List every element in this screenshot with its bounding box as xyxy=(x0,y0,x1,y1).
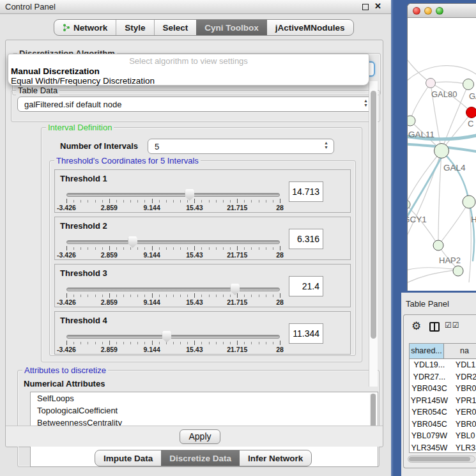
table-toolbar: ⚙ ☑☑ xyxy=(404,315,476,341)
minimize-traffic-light-icon[interactable] xyxy=(424,7,432,15)
tab-infer-network[interactable]: Infer Network xyxy=(240,450,311,466)
threshold-panel-3: Threshold 3 -3.426 2.859 9.144 15.43 21.… xyxy=(54,264,351,307)
close-icon[interactable]: ✕ xyxy=(374,1,381,11)
node-selected-red[interactable] xyxy=(466,107,476,118)
slider-tick-label: 2.859 xyxy=(101,251,118,259)
apply-button-band: Apply xyxy=(6,426,383,447)
tab-discretize-data[interactable]: Discretize Data xyxy=(161,450,240,466)
threshold-slider[interactable]: -3.426 2.859 9.144 15.43 21.715 28 xyxy=(66,236,280,258)
node-attribute-table[interactable]: shared... na YDL19...YDL1 YDR27...YDR2 Y… xyxy=(409,343,476,453)
scrollbar-thumb[interactable] xyxy=(409,457,470,461)
threshold-panel-4: Threshold 4 -3.426 2.859 9.144 15.43 21.… xyxy=(54,311,351,355)
table-row[interactable]: YDR27...YDR2 xyxy=(410,371,476,383)
dropdown-placeholder-option[interactable]: Select algorithm to view settings xyxy=(8,56,369,66)
slider-tick-label: 9.144 xyxy=(143,346,160,353)
threshold-label: Threshold 1 xyxy=(60,174,107,183)
attributes-group-title: Attributes to discretize xyxy=(22,365,108,375)
node-right-edge[interactable] xyxy=(463,196,475,208)
apply-button[interactable]: Apply xyxy=(180,429,220,444)
slider-tick-label: 21.715 xyxy=(227,298,247,306)
node-gal80[interactable] xyxy=(426,79,436,88)
threshold-value-field[interactable] xyxy=(289,229,323,249)
slider-track[interactable] xyxy=(66,240,280,244)
threshold-value-field[interactable] xyxy=(289,323,323,344)
list-scrollbar[interactable] xyxy=(370,394,376,429)
combo-stepper-icon: ▲▼ xyxy=(324,141,328,150)
scrollbar-thumb[interactable] xyxy=(371,91,376,339)
dropdown-option-equal-width[interactable]: Equal Width/Frequency Discretization xyxy=(11,76,155,86)
node-hap2[interactable] xyxy=(433,240,443,250)
node-left-edge[interactable] xyxy=(408,116,415,126)
table-row[interactable]: YBR043CYBR0 xyxy=(410,383,476,395)
num-intervals-label: Number of Intervals xyxy=(60,141,138,151)
slider-tick-label: 15.43 xyxy=(186,346,203,353)
threshold-slider[interactable]: -3.426 2.859 9.144 15.43 21.715 28 xyxy=(66,284,280,305)
slider-tick-label: -3.426 xyxy=(57,251,76,259)
control-panel-titlebar[interactable]: Control Panel ✕ xyxy=(0,0,391,14)
zoom-traffic-light-icon[interactable] xyxy=(436,7,443,15)
table-row[interactable]: YDL19...YDL1 xyxy=(410,359,476,371)
slider-tick-label: -3.426 xyxy=(57,298,76,306)
tab-cyni-toolbox[interactable]: Cyni Toolbox xyxy=(196,20,267,35)
tab-select[interactable]: Select xyxy=(154,20,197,35)
list-item[interactable]: TopologicalCoefficient xyxy=(31,404,378,417)
node-partial-top-right[interactable] xyxy=(463,79,474,90)
table-row[interactable]: YBR045CYBR0 xyxy=(410,418,476,431)
gear-icon[interactable]: ⚙ xyxy=(411,319,421,333)
float-window-icon[interactable] xyxy=(362,4,369,10)
table-panel-title: Table Panel xyxy=(406,299,449,309)
list-item[interactable]: SelfLoops xyxy=(31,392,378,404)
slider-thumb[interactable] xyxy=(162,331,171,342)
tab-jactivemnodules[interactable]: jActiveMNodules xyxy=(267,20,353,35)
dropdown-option-manual[interactable]: Manual Discretization xyxy=(11,66,100,76)
table-row[interactable]: YPR145WYPR1 xyxy=(410,395,476,407)
column-header-shared-name[interactable]: shared... xyxy=(410,344,444,358)
table-data-combobox[interactable]: galFiltered.sif default node ▲▼ xyxy=(17,96,374,112)
slider-tick-label: -3.426 xyxy=(57,346,76,353)
slider-track[interactable] xyxy=(66,193,280,197)
network-view-window[interactable]: GAL80 GA C GAL11 GAL4 GCY1 H HAP2 xyxy=(407,3,476,291)
slider-tick-label: 28 xyxy=(276,204,284,211)
slider-thumb[interactable] xyxy=(185,189,194,201)
network-graph: GAL80 GA C GAL11 GAL4 GCY1 H HAP2 xyxy=(408,18,476,291)
slider-thumb[interactable] xyxy=(230,284,240,295)
table-row[interactable]: YER054CYER0 xyxy=(410,406,476,418)
threshold-slider[interactable]: -3.426 2.859 9.144 15.43 21.715 28 xyxy=(66,189,280,211)
tab-network[interactable]: Network xyxy=(54,20,116,35)
slider-thumb[interactable] xyxy=(128,236,137,248)
cyni-toolbox-panel: Discretization Algorithm ▲▼ Table Data g… xyxy=(5,40,383,447)
table-horizontal-scrollbar[interactable] xyxy=(408,456,475,463)
checkbox-filter-icons[interactable]: ☑☑ xyxy=(445,321,460,330)
table-row[interactable]: YBL079WYBL0 xyxy=(410,430,476,442)
node-gal4[interactable] xyxy=(434,144,449,158)
slider-minor-ticks xyxy=(66,247,280,250)
tab-style[interactable]: Style xyxy=(116,20,153,35)
panel-scrollbar[interactable] xyxy=(369,81,378,387)
slider-tick-label: 15.43 xyxy=(186,251,203,259)
table-row[interactable]: YLR345WYLR3 xyxy=(410,442,476,454)
node-gcy1[interactable] xyxy=(408,200,410,209)
tab-impute-data[interactable]: Impute Data xyxy=(95,450,161,466)
slider-tick-label: 28 xyxy=(276,298,284,306)
slider-track[interactable] xyxy=(66,335,280,339)
node-label: C xyxy=(468,119,473,128)
split-columns-icon[interactable] xyxy=(429,322,440,332)
threshold-value-field[interactable] xyxy=(289,276,323,296)
slider-track[interactable] xyxy=(66,288,280,291)
thresholds-group-title: Threshold's Coordinates for 5 Intervals xyxy=(54,156,201,165)
threshold-value-field[interactable] xyxy=(289,181,323,202)
network-canvas[interactable]: GAL80 GA C GAL11 GAL4 GCY1 H HAP2 xyxy=(408,18,476,291)
application-root: Control Panel ✕ Network Style Select Cyn… xyxy=(0,0,476,476)
top-tab-bar: Network Style Select Cyni Toolbox jActiv… xyxy=(54,19,354,36)
network-window-titlebar[interactable] xyxy=(408,4,476,18)
slider-tick-label: -3.426 xyxy=(57,204,76,211)
threshold-label: Threshold 4 xyxy=(60,316,107,325)
threshold-slider[interactable]: -3.426 2.859 9.144 15.43 21.715 28 xyxy=(66,331,280,353)
num-intervals-combobox[interactable]: 5 ▲▼ xyxy=(148,139,334,154)
close-traffic-light-icon[interactable] xyxy=(413,7,420,15)
threshold-panel-2: Threshold 2 -3.426 2.859 9.144 15.43 21.… xyxy=(54,217,351,260)
slider-tick-label: 2.859 xyxy=(101,204,118,211)
node-label: GAL4 xyxy=(443,163,466,173)
column-header-name[interactable]: na xyxy=(444,344,476,358)
node-bottom-partial[interactable] xyxy=(453,266,463,276)
